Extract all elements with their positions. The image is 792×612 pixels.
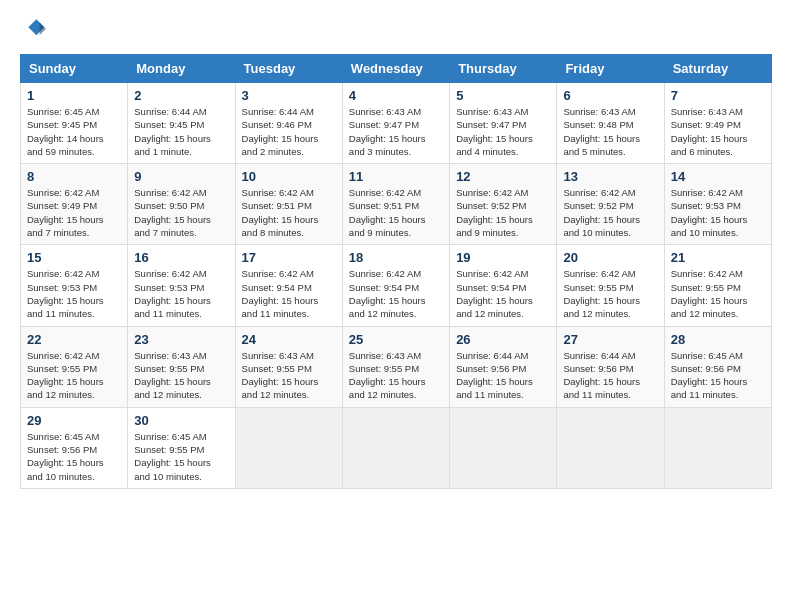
logo-icon	[22, 16, 46, 40]
cell-text: Sunrise: 6:44 AMSunset: 9:56 PMDaylight:…	[563, 349, 657, 402]
cell-text: Sunrise: 6:42 AMSunset: 9:55 PMDaylight:…	[27, 349, 121, 402]
day-number: 14	[671, 169, 765, 184]
day-number: 15	[27, 250, 121, 265]
calendar-header-friday: Friday	[557, 55, 664, 83]
calendar-cell: 10Sunrise: 6:42 AMSunset: 9:51 PMDayligh…	[235, 164, 342, 245]
day-number: 12	[456, 169, 550, 184]
calendar-cell: 28Sunrise: 6:45 AMSunset: 9:56 PMDayligh…	[664, 326, 771, 407]
calendar-cell: 16Sunrise: 6:42 AMSunset: 9:53 PMDayligh…	[128, 245, 235, 326]
calendar-header-saturday: Saturday	[664, 55, 771, 83]
calendar-cell: 19Sunrise: 6:42 AMSunset: 9:54 PMDayligh…	[450, 245, 557, 326]
cell-text: Sunrise: 6:42 AMSunset: 9:52 PMDaylight:…	[563, 186, 657, 239]
calendar-cell: 6Sunrise: 6:43 AMSunset: 9:48 PMDaylight…	[557, 83, 664, 164]
day-number: 18	[349, 250, 443, 265]
calendar-header-monday: Monday	[128, 55, 235, 83]
cell-text: Sunrise: 6:42 AMSunset: 9:55 PMDaylight:…	[671, 267, 765, 320]
calendar-week-5: 29Sunrise: 6:45 AMSunset: 9:56 PMDayligh…	[21, 407, 772, 488]
cell-text: Sunrise: 6:43 AMSunset: 9:47 PMDaylight:…	[349, 105, 443, 158]
cell-text: Sunrise: 6:42 AMSunset: 9:54 PMDaylight:…	[242, 267, 336, 320]
calendar-cell: 17Sunrise: 6:42 AMSunset: 9:54 PMDayligh…	[235, 245, 342, 326]
day-number: 3	[242, 88, 336, 103]
calendar-cell	[342, 407, 449, 488]
calendar-cell: 3Sunrise: 6:44 AMSunset: 9:46 PMDaylight…	[235, 83, 342, 164]
day-number: 30	[134, 413, 228, 428]
calendar-cell: 24Sunrise: 6:43 AMSunset: 9:55 PMDayligh…	[235, 326, 342, 407]
day-number: 8	[27, 169, 121, 184]
day-number: 25	[349, 332, 443, 347]
day-number: 26	[456, 332, 550, 347]
cell-text: Sunrise: 6:44 AMSunset: 9:46 PMDaylight:…	[242, 105, 336, 158]
calendar-cell: 21Sunrise: 6:42 AMSunset: 9:55 PMDayligh…	[664, 245, 771, 326]
day-number: 10	[242, 169, 336, 184]
day-number: 16	[134, 250, 228, 265]
day-number: 23	[134, 332, 228, 347]
day-number: 1	[27, 88, 121, 103]
day-number: 11	[349, 169, 443, 184]
calendar-cell: 2Sunrise: 6:44 AMSunset: 9:45 PMDaylight…	[128, 83, 235, 164]
calendar-week-4: 22Sunrise: 6:42 AMSunset: 9:55 PMDayligh…	[21, 326, 772, 407]
cell-text: Sunrise: 6:45 AMSunset: 9:45 PMDaylight:…	[27, 105, 121, 158]
cell-text: Sunrise: 6:43 AMSunset: 9:48 PMDaylight:…	[563, 105, 657, 158]
day-number: 5	[456, 88, 550, 103]
cell-text: Sunrise: 6:43 AMSunset: 9:55 PMDaylight:…	[349, 349, 443, 402]
day-number: 13	[563, 169, 657, 184]
cell-text: Sunrise: 6:44 AMSunset: 9:56 PMDaylight:…	[456, 349, 550, 402]
calendar-cell: 25Sunrise: 6:43 AMSunset: 9:55 PMDayligh…	[342, 326, 449, 407]
calendar-cell: 11Sunrise: 6:42 AMSunset: 9:51 PMDayligh…	[342, 164, 449, 245]
calendar-cell: 20Sunrise: 6:42 AMSunset: 9:55 PMDayligh…	[557, 245, 664, 326]
calendar-week-2: 8Sunrise: 6:42 AMSunset: 9:49 PMDaylight…	[21, 164, 772, 245]
cell-text: Sunrise: 6:42 AMSunset: 9:55 PMDaylight:…	[563, 267, 657, 320]
cell-text: Sunrise: 6:42 AMSunset: 9:53 PMDaylight:…	[671, 186, 765, 239]
calendar-cell	[235, 407, 342, 488]
day-number: 28	[671, 332, 765, 347]
page: SundayMondayTuesdayWednesdayThursdayFrid…	[0, 0, 792, 509]
cell-text: Sunrise: 6:45 AMSunset: 9:55 PMDaylight:…	[134, 430, 228, 483]
cell-text: Sunrise: 6:42 AMSunset: 9:51 PMDaylight:…	[242, 186, 336, 239]
cell-text: Sunrise: 6:45 AMSunset: 9:56 PMDaylight:…	[671, 349, 765, 402]
calendar-cell: 13Sunrise: 6:42 AMSunset: 9:52 PMDayligh…	[557, 164, 664, 245]
cell-text: Sunrise: 6:42 AMSunset: 9:53 PMDaylight:…	[27, 267, 121, 320]
day-number: 19	[456, 250, 550, 265]
day-number: 4	[349, 88, 443, 103]
calendar-header-wednesday: Wednesday	[342, 55, 449, 83]
svg-marker-1	[40, 22, 46, 35]
cell-text: Sunrise: 6:42 AMSunset: 9:54 PMDaylight:…	[349, 267, 443, 320]
calendar-cell: 15Sunrise: 6:42 AMSunset: 9:53 PMDayligh…	[21, 245, 128, 326]
day-number: 20	[563, 250, 657, 265]
day-number: 29	[27, 413, 121, 428]
cell-text: Sunrise: 6:43 AMSunset: 9:49 PMDaylight:…	[671, 105, 765, 158]
cell-text: Sunrise: 6:43 AMSunset: 9:47 PMDaylight:…	[456, 105, 550, 158]
calendar-cell: 18Sunrise: 6:42 AMSunset: 9:54 PMDayligh…	[342, 245, 449, 326]
cell-text: Sunrise: 6:44 AMSunset: 9:45 PMDaylight:…	[134, 105, 228, 158]
calendar-week-3: 15Sunrise: 6:42 AMSunset: 9:53 PMDayligh…	[21, 245, 772, 326]
cell-text: Sunrise: 6:42 AMSunset: 9:50 PMDaylight:…	[134, 186, 228, 239]
day-number: 9	[134, 169, 228, 184]
calendar-cell: 14Sunrise: 6:42 AMSunset: 9:53 PMDayligh…	[664, 164, 771, 245]
day-number: 2	[134, 88, 228, 103]
calendar-cell: 7Sunrise: 6:43 AMSunset: 9:49 PMDaylight…	[664, 83, 771, 164]
cell-text: Sunrise: 6:42 AMSunset: 9:53 PMDaylight:…	[134, 267, 228, 320]
calendar-header-sunday: Sunday	[21, 55, 128, 83]
calendar-week-1: 1Sunrise: 6:45 AMSunset: 9:45 PMDaylight…	[21, 83, 772, 164]
day-number: 21	[671, 250, 765, 265]
day-number: 22	[27, 332, 121, 347]
calendar-cell: 5Sunrise: 6:43 AMSunset: 9:47 PMDaylight…	[450, 83, 557, 164]
cell-text: Sunrise: 6:42 AMSunset: 9:54 PMDaylight:…	[456, 267, 550, 320]
calendar-cell	[664, 407, 771, 488]
cell-text: Sunrise: 6:42 AMSunset: 9:52 PMDaylight:…	[456, 186, 550, 239]
day-number: 17	[242, 250, 336, 265]
calendar-header-tuesday: Tuesday	[235, 55, 342, 83]
calendar-cell	[557, 407, 664, 488]
calendar-cell: 9Sunrise: 6:42 AMSunset: 9:50 PMDaylight…	[128, 164, 235, 245]
calendar-cell: 12Sunrise: 6:42 AMSunset: 9:52 PMDayligh…	[450, 164, 557, 245]
calendar-cell: 4Sunrise: 6:43 AMSunset: 9:47 PMDaylight…	[342, 83, 449, 164]
cell-text: Sunrise: 6:42 AMSunset: 9:49 PMDaylight:…	[27, 186, 121, 239]
day-number: 24	[242, 332, 336, 347]
calendar-cell: 23Sunrise: 6:43 AMSunset: 9:55 PMDayligh…	[128, 326, 235, 407]
calendar-cell	[450, 407, 557, 488]
calendar-cell: 1Sunrise: 6:45 AMSunset: 9:45 PMDaylight…	[21, 83, 128, 164]
cell-text: Sunrise: 6:43 AMSunset: 9:55 PMDaylight:…	[242, 349, 336, 402]
calendar-cell: 27Sunrise: 6:44 AMSunset: 9:56 PMDayligh…	[557, 326, 664, 407]
day-number: 7	[671, 88, 765, 103]
calendar-cell: 30Sunrise: 6:45 AMSunset: 9:55 PMDayligh…	[128, 407, 235, 488]
